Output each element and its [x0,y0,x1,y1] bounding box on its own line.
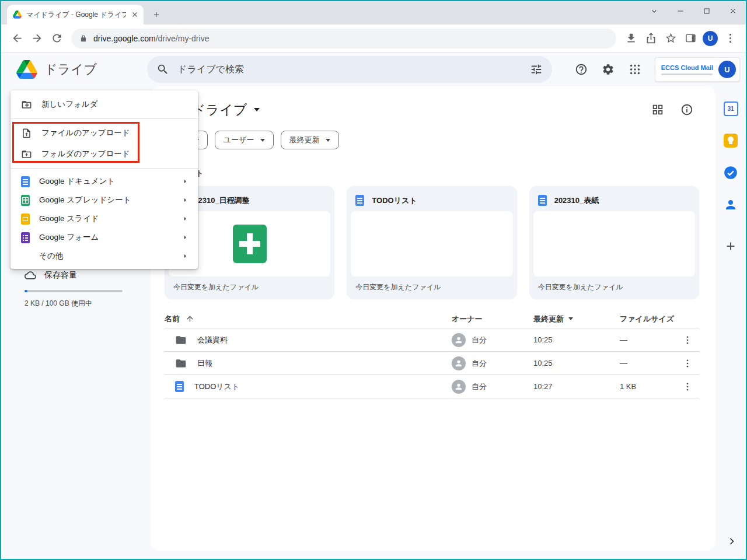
table-row[interactable]: 会議資料 自分 10:25 — [165,328,699,352]
card-title: 202310_日程調整 [190,195,250,206]
menu-item-more[interactable]: その他 [11,247,198,265]
maximize-icon[interactable] [693,1,720,21]
owner-name: 自分 [472,335,487,345]
chip-label: 最終更新 [289,135,320,145]
menu-item-new-folder[interactable]: 新しいフォルダ [11,94,198,115]
upload-file-icon [21,128,32,139]
file-name: TODOリスト [194,382,239,392]
install-icon[interactable] [621,29,641,48]
menu-item-label: Google スライド [39,214,99,224]
tune-icon[interactable] [530,63,543,76]
col-name[interactable]: 名前 [165,314,452,324]
card-title: 202310_表紙 [554,195,599,206]
menu-item-file-upload[interactable]: ファイルのアップロード [11,123,198,144]
menu-item-google-sheets[interactable]: Google スプレッドシート [11,191,198,209]
person-icon [454,335,463,345]
eccs-subtext-line [661,74,713,75]
calendar-day-label: 31 [727,106,734,112]
card-header: 202310_表紙 [533,190,695,211]
row-owner: 自分 [452,356,533,370]
menu-item-label: その他 [39,251,63,261]
minimize-icon[interactable] [667,1,693,21]
chip-people[interactable]: ユーザー [215,131,274,149]
caret-down-icon [568,317,573,320]
submenu-arrow-icon [180,214,190,223]
plus-icon[interactable] [722,238,739,254]
file-card[interactable]: 202310_表紙 今日変更を加えたファイル [529,186,699,299]
caret-down-icon [254,108,260,111]
window-chevron-icon[interactable] [641,1,667,21]
row-menu-icon[interactable] [676,335,699,345]
apps-grid-icon[interactable] [623,58,647,81]
row-menu-icon[interactable] [676,382,699,392]
help-icon[interactable] [570,58,593,81]
menu-item-google-docs[interactable]: Google ドキュメント [11,172,198,191]
back-icon[interactable] [7,29,27,48]
title-row: マイドライブ [165,98,699,121]
col-size[interactable]: ファイルサイズ [620,314,676,324]
row-size: — [620,359,676,368]
file-card[interactable]: TODOリスト 今日変更を加えたファイル [347,186,516,299]
chip-modified[interactable]: 最終更新 [281,131,339,149]
col-size-label: ファイルサイズ [620,314,674,323]
side-panel-icon[interactable] [680,29,700,48]
folder-icon [175,358,187,369]
card-header: TODOリスト [351,190,512,211]
table-row[interactable]: 日報 自分 10:25 — [165,352,699,375]
new-tab-icon[interactable] [148,6,165,23]
url-text: drive.google.com/drive/my-drive [93,34,209,43]
card-thumbnail [351,211,512,276]
drive-logo-area[interactable]: ドライブ [1,60,147,79]
row-menu-icon[interactable] [676,358,699,369]
forward-icon[interactable] [27,29,47,48]
more-vert-icon[interactable] [720,29,740,48]
storage-row[interactable]: 保存容量 [25,270,123,281]
storage-progress-fill [25,290,27,292]
browser-titlebar: マイドライブ - Google ドライブ [1,1,746,24]
star-icon[interactable] [661,29,680,48]
account-avatar[interactable]: U [718,61,736,78]
col-owner[interactable]: オーナー [452,314,533,324]
workspace-side-panel: 31 [715,86,746,559]
browser-avatar[interactable]: U [703,31,718,46]
caret-down-icon [326,139,330,142]
tasks-icon[interactable] [722,164,739,181]
close-icon[interactable] [720,1,746,21]
menu-item-google-forms[interactable]: Google フォーム [11,228,198,247]
table-row[interactable]: TODOリスト 自分 10:27 1 KB [165,375,699,398]
search-input[interactable]: ドライブで検索 [147,56,552,83]
owner-avatar [452,356,466,370]
menu-item-label: Google ドキュメント [39,176,115,187]
collapse-chevron-icon[interactable] [726,536,738,550]
col-modified[interactable]: 最終更新 [533,314,620,324]
owner-name: 自分 [472,382,487,392]
gear-icon[interactable] [596,58,620,81]
info-icon[interactable] [680,103,693,116]
share-icon[interactable] [641,29,661,48]
drive-app-name: ドライブ [44,61,97,78]
submenu-arrow-icon [180,177,190,186]
keep-icon[interactable] [722,132,739,149]
row-modified: 10:27 [533,382,620,391]
row-name: 日報 [165,358,452,369]
new-menu: 新しいフォルダ ファイルのアップロード フォルダのアップロード Google ド… [11,90,198,269]
menu-item-google-slides[interactable]: Google スライド [11,209,198,228]
row-name: TODOリスト [165,381,452,392]
person-icon [454,382,463,391]
reload-icon[interactable] [47,29,67,48]
grid-view-icon[interactable] [651,103,664,116]
file-name: 会議資料 [197,335,228,345]
tab-close-icon[interactable] [131,10,139,19]
row-size: — [620,335,676,344]
suggested-section-label: サジェスト [165,168,699,178]
url-bar[interactable]: drive.google.com/drive/my-drive [71,29,616,48]
owner-avatar [452,333,466,347]
card-reason: 今日変更を加えたファイル [169,276,330,295]
calendar-icon[interactable]: 31 [722,100,739,117]
menu-item-folder-upload[interactable]: フォルダのアップロード [11,144,198,164]
col-owner-label: オーナー [452,314,483,324]
browser-tab[interactable]: マイドライブ - Google ドライブ [7,5,144,24]
eccs-badge[interactable]: ECCS Cloud Mail U [655,57,740,82]
upload-folder-icon [21,149,32,160]
contacts-icon[interactable] [722,197,739,213]
